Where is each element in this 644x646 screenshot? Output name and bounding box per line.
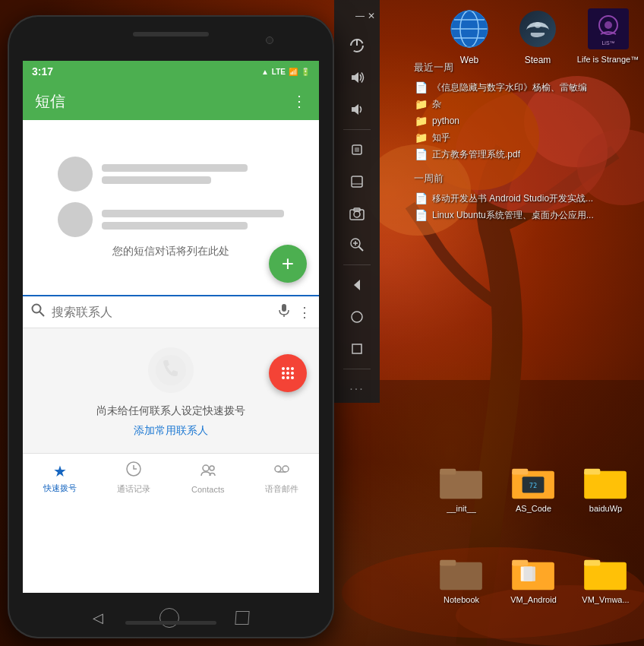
folder-notebook[interactable]: Notebook xyxy=(429,556,494,604)
recent-file-name-3: 知乎 xyxy=(432,131,450,144)
quick-dial-section: 尚未给任何联系人设定快速拨号 添加常用联系人 xyxy=(23,328,319,453)
folder-init-label: __init__ xyxy=(447,504,476,513)
header-menu-icon[interactable]: ⋮ xyxy=(292,92,307,110)
folder-icon-1: 📁 xyxy=(414,97,428,111)
phone-placeholder-icon xyxy=(144,344,197,397)
panel-recents-btn[interactable] xyxy=(343,335,371,363)
steam-icon xyxy=(515,6,560,52)
call-log-icon xyxy=(125,461,142,481)
search-input[interactable] xyxy=(52,306,270,319)
pdf-icon-6: 📄 xyxy=(414,208,428,222)
bottom-speaker xyxy=(125,621,216,625)
panel-more-btn[interactable]: ··· xyxy=(343,375,371,403)
nav-contacts[interactable]: Contacts xyxy=(171,462,245,494)
search-more-icon[interactable]: ⋮ xyxy=(298,304,311,321)
folder-icon-3: 📁 xyxy=(414,131,428,144)
folder-baidu-icon xyxy=(583,464,629,502)
empty-msg-text: 您的短信对话将列在此处 xyxy=(112,245,229,258)
svg-rect-25 xyxy=(512,469,528,475)
panel-camera-btn[interactable] xyxy=(343,200,371,227)
mic-icon[interactable] xyxy=(276,302,292,321)
add-contact-link[interactable]: 添加常用联系人 xyxy=(134,424,208,438)
msg-line-2-2 xyxy=(102,222,248,230)
folder-notebook-label: Notebook xyxy=(444,595,479,604)
recent-item-6[interactable]: 📄 Linux Ubuntu系统管理、桌面办公应用... xyxy=(414,207,644,223)
panel-power-btn[interactable] xyxy=(343,32,371,59)
dialpad-fab[interactable] xyxy=(269,354,307,392)
messages-area: 您的短信对话将列在此处 + xyxy=(23,120,319,295)
folder-baidu-label: baiduWp xyxy=(589,504,622,513)
hw-home-btn[interactable] xyxy=(159,608,179,628)
svg-point-74 xyxy=(275,466,281,472)
svg-point-15 xyxy=(519,11,556,47)
svg-point-72 xyxy=(203,465,209,471)
svg-point-75 xyxy=(283,466,289,472)
nav-voicemail[interactable]: 语音邮件 xyxy=(245,461,320,495)
panel-volume-down-btn[interactable] xyxy=(343,96,371,123)
svg-point-62 xyxy=(282,367,285,370)
life-is-strange-icon: LiS™ xyxy=(586,6,631,52)
folder-init[interactable]: __init__ xyxy=(429,464,494,513)
svg-point-64 xyxy=(291,367,294,370)
avatar-1 xyxy=(58,157,93,192)
svg-rect-43 xyxy=(355,147,359,152)
panel-close-btn[interactable]: ✕ xyxy=(368,11,375,21)
panel-minimize-btn[interactable]: — xyxy=(355,11,365,21)
recent-file-name-2: python xyxy=(432,116,459,126)
recent-file-name-4: 正方教务管理系统.pdf xyxy=(432,148,520,161)
voicemail-label: 语音邮件 xyxy=(265,483,298,495)
wifi-icon: ▲ xyxy=(261,68,269,76)
contacts-label: Contacts xyxy=(191,485,224,494)
phone-body: 3:17 ▲ LTE 📶 🔋 短信 ⋮ xyxy=(8,15,334,638)
folder-vm-vmwa[interactable]: VM_Vmwa... xyxy=(573,556,638,604)
status-time: 3:17 xyxy=(32,65,53,78)
recent-file-name-5: 移动开发丛书 Android Studio开发实战... xyxy=(432,192,593,205)
svg-point-19 xyxy=(605,21,612,29)
svg-point-69 xyxy=(286,376,289,379)
msg-lines-2 xyxy=(102,210,284,230)
nav-call-log[interactable]: 通话记录 xyxy=(97,461,172,495)
folder-icon-2: 📁 xyxy=(414,114,428,128)
panel-zoom-btn[interactable] xyxy=(343,231,371,258)
nav-quick-dial[interactable]: ★ 快速拨号 xyxy=(23,462,97,494)
panel-rotate-btn[interactable] xyxy=(343,136,371,163)
svg-point-61 xyxy=(156,355,186,385)
panel-back-btn[interactable] xyxy=(343,271,371,299)
msg-line-1-1 xyxy=(102,164,248,172)
recent-item-1[interactable]: 📁 杂 xyxy=(414,96,644,112)
folder-vm-android[interactable]: VM_Android xyxy=(501,556,566,604)
speaker-grill xyxy=(133,32,209,36)
folder-as-code[interactable]: 72 AS_Code xyxy=(501,464,566,513)
compose-fab[interactable]: + xyxy=(269,245,307,283)
recent-file-name-1: 杂 xyxy=(432,98,441,111)
folder-vm-android-icon xyxy=(511,556,557,594)
svg-marker-41 xyxy=(352,104,358,115)
recent-item-5[interactable]: 📄 移动开发丛书 Android Studio开发实战... xyxy=(414,190,644,207)
svg-rect-29 xyxy=(584,469,600,475)
svg-marker-40 xyxy=(352,72,358,83)
svg-rect-30 xyxy=(440,562,482,590)
recent-item-4[interactable]: 📄 正方教务管理系统.pdf xyxy=(414,146,644,163)
hw-recents-btn[interactable] xyxy=(235,611,249,625)
panel-eraser-btn[interactable] xyxy=(343,168,371,195)
bottom-nav: ★ 快速拨号 通话记录 Contacts xyxy=(23,453,319,502)
recent-section2-title: 一周前 xyxy=(414,172,644,185)
folder-init-icon xyxy=(439,464,485,502)
recent-file-name-0: 《信息隐藏与数字水印》杨榆、雷敏编 xyxy=(432,81,587,94)
msg-row-2 xyxy=(58,202,284,237)
recent-item-0[interactable]: 📄 《信息隐藏与数字水印》杨榆、雷敏编 xyxy=(414,79,644,96)
folder-as-code-icon: 72 xyxy=(511,464,557,502)
quick-dial-icon: ★ xyxy=(53,462,67,480)
panel-volume-up-btn[interactable] xyxy=(343,64,371,91)
app-title: 短信 xyxy=(35,91,65,112)
svg-text:LiS™: LiS™ xyxy=(601,40,614,46)
svg-point-56 xyxy=(33,305,41,313)
status-icons: ▲ LTE 📶 🔋 xyxy=(261,68,310,76)
folder-row-2: Notebook VM_Android VM_Vmwa xyxy=(429,556,638,604)
svg-rect-55 xyxy=(352,344,361,353)
recent-item-2[interactable]: 📁 python xyxy=(414,112,644,129)
hw-back-btn[interactable]: ◁ xyxy=(93,610,103,626)
recent-item-3[interactable]: 📁 知乎 xyxy=(414,129,644,146)
panel-home-btn[interactable] xyxy=(343,303,371,331)
folder-baidu[interactable]: baiduWp xyxy=(573,464,638,513)
